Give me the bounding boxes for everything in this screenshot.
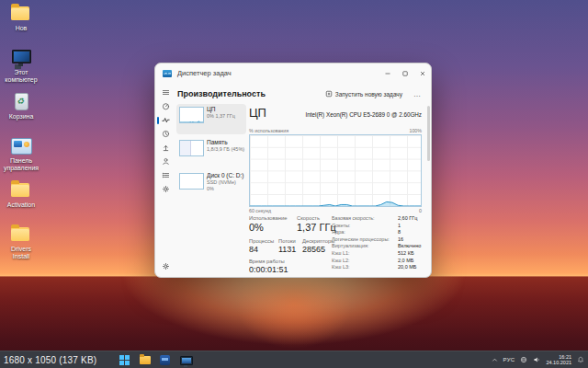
taskbar-monitor-button[interactable] — [180, 354, 191, 365]
task-manager-window: Диспетчер задач Производительность Запус… — [154, 63, 432, 278]
cpu-heading: ЦП — [249, 106, 266, 120]
nav-details[interactable] — [155, 168, 175, 182]
titlebar[interactable]: Диспетчер задач — [155, 63, 431, 83]
clock-date: 24.10.2021 — [546, 360, 571, 366]
detail-row: Ядра:8 — [332, 229, 425, 236]
bell-icon[interactable] — [577, 356, 584, 363]
processes-label: Процессы — [249, 238, 274, 244]
threads-label: Потоки — [278, 238, 296, 244]
uptime-value: 0:00:01:51 — [249, 265, 288, 274]
monitor-icon — [180, 356, 193, 365]
chart-x-right: 0 — [419, 208, 422, 213]
nav-startup-apps[interactable] — [155, 141, 175, 155]
detail-row: Базовая скорость:2,60 ГГц — [332, 215, 425, 223]
sidebar-card-disk0[interactable]: Диск 0 (C: D:) SSD (NVMe) 0% — [176, 170, 246, 201]
tray-chevron-up-icon[interactable] — [492, 357, 498, 363]
disk-mini-chart — [179, 173, 204, 190]
desktop-icon-folder-nov[interactable]: Нов — [2, 4, 40, 44]
run-task-icon — [325, 90, 333, 98]
nav-users[interactable] — [155, 155, 175, 168]
desktop-icon-label: Корзина — [2, 113, 40, 121]
uptime-label: Время работы — [249, 259, 285, 264]
taskbar: 1680 x 1050 (137 KB) РУС 16:21 24.10.202… — [0, 351, 588, 368]
detail-row: Кэш L3:20,0 МБ — [332, 264, 425, 271]
detail-row: Сокеты:1 — [332, 223, 425, 230]
recycle-bin-icon: ♻ — [9, 92, 33, 112]
taskbar-app-button[interactable] — [160, 354, 171, 365]
detail-row: Логические процессоры:16 — [332, 236, 425, 244]
settings-icon[interactable] — [155, 259, 175, 273]
nav-performance[interactable] — [155, 113, 175, 127]
memory-mini-chart — [179, 140, 204, 156]
desktop-icon-label: Drivers Install — [2, 246, 40, 259]
sidebar-card-memory[interactable]: Память 1,8/3,9 ГБ (45%) — [176, 137, 246, 167]
cpu-usage-chart[interactable] — [249, 134, 422, 207]
desktop-icon-label: Панель управления — [2, 157, 40, 171]
app-blue-icon — [160, 355, 170, 365]
chart-y-max: 100% — [409, 128, 422, 133]
page-title: Производительность — [177, 89, 266, 98]
windows-logo-icon — [119, 354, 130, 365]
processes-value: 84 — [249, 245, 258, 254]
sidebar-card-cpu[interactable]: ЦП 0% 1,37 ГГц — [176, 104, 246, 134]
desktop-icon-control-panel[interactable]: Панель управления — [2, 136, 40, 177]
nav-app-history[interactable] — [155, 127, 175, 141]
desktop-icon-label: Activation — [2, 201, 40, 209]
file-explorer-icon — [140, 356, 151, 364]
start-button[interactable] — [119, 354, 130, 365]
nav-rail — [155, 86, 175, 277]
usage-label: Использование — [249, 215, 287, 221]
handles-value: 28565 — [302, 245, 325, 254]
desktop-icon-label: Нов — [2, 25, 40, 32]
control-panel-icon — [9, 136, 33, 156]
desktop-icon-drivers-install[interactable]: Drivers Install — [2, 224, 40, 265]
desktop-icon-recycle-bin[interactable]: ♻ Корзина — [2, 92, 40, 132]
detail-row: Кэш L2:2,0 МБ — [332, 258, 425, 265]
window-scrollbar[interactable] — [427, 106, 430, 161]
desktop-icon-label: Этот компьютер — [2, 69, 40, 83]
window-title: Диспетчер задач — [177, 69, 232, 77]
desktop-icon-this-pc[interactable]: Этот компьютер — [2, 48, 40, 88]
cpu-panel: ЦП Intel(R) Xeon(R) CPU E5-2689 0 @ 2.60… — [247, 104, 425, 277]
nav-processes[interactable] — [155, 99, 175, 113]
desktop-icon-list: Нов Этот компьютер ♻ Корзина Панель упра… — [2, 4, 40, 269]
desktop-icon-activation[interactable]: Activation — [2, 180, 40, 221]
image-size-overlay: 1680 x 1050 (137 KB) — [4, 355, 96, 365]
performance-sidebar: ЦП 0% 1,37 ГГц Память 1,8/3,9 ГБ (45%) Д… — [176, 104, 246, 203]
detail-row: Кэш L1:512 КБ — [332, 250, 425, 258]
speed-label: Скорость — [297, 215, 320, 221]
speed-value: 1,37 ГГц — [297, 222, 336, 233]
this-pc-icon — [9, 48, 33, 68]
folder-icon — [9, 224, 33, 245]
menu-icon[interactable] — [155, 86, 175, 99]
usage-value: 0% — [249, 222, 264, 233]
processor-name: Intel(R) Xeon(R) CPU E5-2689 0 @ 2.60GHz — [306, 111, 422, 118]
run-new-task-button[interactable]: Запустить новую задачу — [322, 88, 406, 99]
more-options-button[interactable]: … — [413, 90, 422, 98]
chart-x-left: 60 секунд — [249, 208, 271, 213]
folder-icon — [9, 4, 33, 24]
maximize-button[interactable] — [396, 63, 413, 83]
handles-label: Дескрипторы — [302, 238, 334, 244]
nav-services[interactable] — [155, 182, 175, 196]
task-manager-app-icon — [163, 70, 172, 77]
minimize-button[interactable] — [379, 63, 396, 83]
close-button[interactable] — [413, 63, 431, 83]
threads-value: 1131 — [278, 245, 296, 254]
network-icon[interactable] — [520, 356, 527, 363]
taskbar-clock[interactable]: 16:21 24.10.2021 — [546, 354, 571, 366]
folder-icon — [9, 180, 33, 201]
chart-y-label: % использования — [249, 128, 288, 133]
file-explorer-button[interactable] — [140, 354, 151, 365]
language-indicator[interactable]: РУС — [503, 357, 515, 362]
speaker-icon[interactable] — [533, 356, 540, 363]
cpu-details-list: Базовая скорость:2,60 ГГц Сокеты:1 Ядра:… — [332, 215, 425, 271]
system-tray: РУС 16:21 24.10.2021 — [492, 351, 584, 368]
detail-row: Виртуализация:Включено — [332, 243, 425, 250]
cpu-mini-chart — [179, 107, 204, 123]
